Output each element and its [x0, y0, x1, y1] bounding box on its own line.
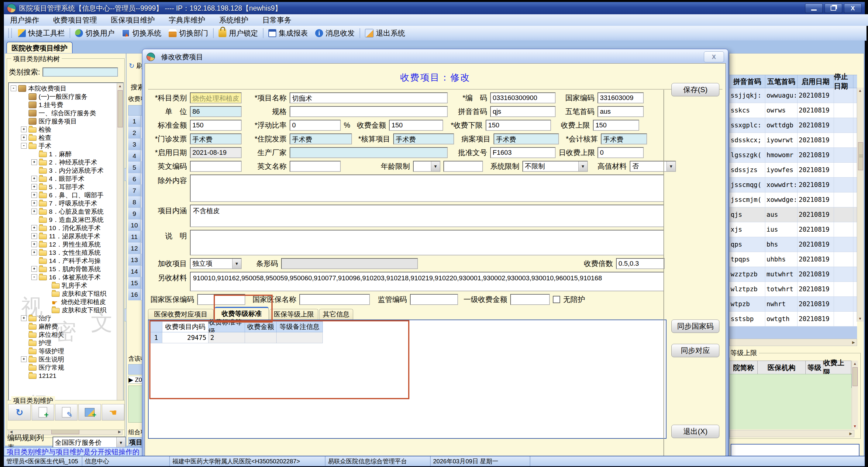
message-button[interactable]: i消息收发	[312, 28, 358, 38]
category-search-input[interactable]	[42, 67, 118, 77]
hand-button[interactable]: ☚	[102, 404, 124, 420]
accounting-field[interactable]: 手术费	[601, 134, 647, 144]
table-row[interactable]: qps bhs 20210819	[730, 237, 857, 252]
item-name-field[interactable]: 切痂术	[290, 92, 448, 104]
scroll-down-icon[interactable]: ▼	[857, 316, 863, 322]
table-row[interactable]: xjs ius 20210819	[730, 222, 857, 237]
tree-toggle[interactable]: +	[21, 356, 27, 362]
level-horizontal-scrollbar[interactable]: ▶	[730, 430, 854, 437]
tree-toggle[interactable]: +	[31, 209, 37, 214]
edit-category-button[interactable]	[55, 404, 78, 420]
tab-other-info[interactable]: 其它信息	[319, 309, 353, 320]
tree-toggle[interactable]: +	[21, 126, 27, 132]
tree-item[interactable]: 1.挂号费	[9, 100, 123, 109]
scroll-up-icon[interactable]: ▲	[852, 360, 858, 367]
level-vertical-scrollbar[interactable]: ▲ ▼	[851, 360, 858, 429]
tree-item[interactable]: + 2．神经系统手术	[9, 158, 123, 166]
tree-item[interactable]: 3．内分泌系统手术	[9, 166, 123, 175]
menu-item[interactable]: 用户操作	[10, 15, 39, 25]
tree-item[interactable]: 护理	[9, 339, 123, 347]
english-code-field[interactable]	[190, 161, 242, 172]
tree-toggle[interactable]: +	[31, 266, 37, 272]
import-button[interactable]	[79, 404, 101, 420]
close-button[interactable]: X	[844, 3, 862, 13]
minimize-button[interactable]	[805, 3, 823, 13]
table-row[interactable]: sdsskcx; iyowrwt 20210819	[730, 133, 857, 148]
charge-min-field[interactable]: 150	[486, 120, 551, 131]
tree-item[interactable]: - 本院收费项目	[9, 84, 123, 92]
tree-item[interactable]: 医疗常规	[9, 363, 123, 372]
code-field[interactable]: 033160300900	[490, 92, 556, 104]
save-button[interactable]: 保存(S)	[671, 83, 719, 96]
exit-button[interactable]: 退出(X)	[671, 425, 719, 438]
tree-item[interactable]: + 医生说明	[9, 355, 123, 363]
table-row[interactable]: ssxgplc: owttdgb 20210819	[730, 118, 857, 133]
pinyin-field[interactable]: qjs	[490, 106, 556, 117]
category-tree[interactable]: 视 密 文 保 密 - 本院收费项目	[8, 82, 124, 422]
tab-insurance-mapping[interactable]: 医保收费对应项目	[148, 309, 214, 320]
menu-item[interactable]: 系统维护	[219, 15, 248, 25]
tree-item[interactable]: 烧伤处理和植皮	[9, 298, 123, 306]
table-row[interactable]: sskcs owrws 20210819	[730, 103, 857, 118]
table-row[interactable]: ssjjqkj: owwuagu: 20210819	[730, 88, 857, 103]
dialog-close-button[interactable]: X	[704, 51, 724, 62]
tree-item[interactable]: + 12．男性生殖系统	[9, 240, 123, 249]
integrated-report-button[interactable]: 集成报表	[265, 28, 312, 38]
tab-insurance-level-limit[interactable]: 医保等级上限	[270, 309, 318, 320]
tree-item[interactable]: 1．麻醉	[9, 150, 123, 158]
manufacturer-field[interactable]	[290, 147, 448, 158]
grid-data-row[interactable]: 1 29475 2	[150, 332, 336, 343]
tree-toggle[interactable]: +	[31, 176, 37, 181]
menu-item[interactable]: 医保项目维护	[111, 15, 155, 25]
tree-item[interactable]: 医疗服务项目	[9, 117, 123, 125]
tree-toggle[interactable]: +	[31, 250, 37, 255]
exclusion-textarea[interactable]	[190, 175, 664, 202]
tree-toggle[interactable]: +	[31, 241, 37, 247]
tab-hospital-charge-item-maintenance[interactable]: 医院收费项目维护	[6, 42, 73, 54]
tree-toggle[interactable]: +	[31, 159, 37, 165]
level-table-row[interactable]	[730, 374, 851, 388]
tree-toggle[interactable]: -	[31, 274, 37, 280]
tree-item[interactable]: 乳房手术	[9, 281, 123, 289]
scroll-down-icon[interactable]: ▼	[852, 423, 858, 429]
tree-toggle[interactable]: +	[31, 184, 37, 190]
menu-item[interactable]: 字典库维护	[169, 15, 205, 25]
approval-no-field[interactable]: F1603	[490, 147, 556, 158]
tree-toggle[interactable]: -	[11, 85, 17, 91]
subject-category-field[interactable]: 烧伤处理和植皮	[190, 92, 242, 104]
restore-button[interactable]	[825, 3, 842, 13]
level1-amount-field[interactable]	[510, 294, 550, 305]
english-name-field[interactable]	[290, 161, 341, 172]
clinic-invoice-field[interactable]: 手术费	[190, 134, 242, 144]
table-row[interactable]: wtpzb nwhrt 20210819	[730, 297, 857, 312]
sync-mapping-button[interactable]: 同步对应	[671, 344, 719, 357]
float-ratio-field[interactable]: 0	[290, 120, 341, 131]
std-amount-field[interactable]: 150	[190, 120, 242, 131]
no-escort-checkbox[interactable]	[553, 296, 560, 303]
tree-toggle[interactable]: +	[31, 233, 37, 239]
tree-item[interactable]: 麻醉费	[9, 322, 123, 330]
table-row[interactable]: qjs aus 20210819	[730, 207, 857, 222]
scroll-up-icon[interactable]: ▲	[857, 88, 863, 94]
menu-item[interactable]: 收费项目管理	[53, 15, 97, 25]
extra-material-textarea[interactable]: 910010,910162,950058,950059,950060,91007…	[190, 272, 664, 291]
table-row[interactable]: jsscmjm( xowwdge: 20210819	[730, 193, 857, 207]
table-row[interactable]: wzztpzb mutwhrt 20210819	[730, 267, 857, 282]
quick-toolbar-button[interactable]: 快捷工具栏	[14, 28, 68, 38]
sync-national-code-button[interactable]: 同步国家码	[671, 320, 719, 333]
multiplier-field[interactable]: 0.5,0.3	[616, 258, 665, 269]
add-category-button[interactable]	[32, 404, 54, 420]
tree-item[interactable]: 床位相关	[9, 330, 123, 339]
table-row[interactable]: sstsbp owtgth 20210819	[730, 312, 857, 326]
tree-item[interactable]: 一、综合医疗服务类	[9, 109, 123, 117]
surcharge-dropdown[interactable]: 独立项▼	[190, 258, 242, 269]
tree-item[interactable]: 14．产科手术与操	[9, 257, 123, 265]
switch-user-button[interactable]: 切换用户	[71, 28, 118, 38]
tree-vertical-scrollbar[interactable]: ▲ ▼	[117, 83, 123, 421]
tree-item[interactable]: + 11．泌尿系统手术	[9, 232, 123, 240]
tree-item[interactable]: + 治疗	[9, 314, 123, 322]
tree-item[interactable]: + 13．女性生殖系统	[9, 249, 123, 257]
tree-toggle[interactable]: +	[21, 315, 27, 321]
tree-item[interactable]: - 16．体被系统手术	[9, 273, 123, 281]
tree-item[interactable]: (一)一般医疗服务	[9, 92, 123, 100]
